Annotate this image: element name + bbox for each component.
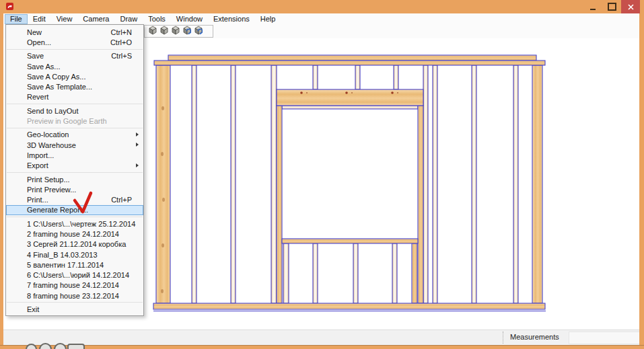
menu-item-send-to-layout[interactable]: Send to LayOut: [6, 106, 143, 116]
menu-item-recent-file-8[interactable]: 8 framing house 23.12.2014: [6, 290, 143, 301]
menu-item-label: Import...: [27, 151, 54, 159]
menu-separator: [7, 172, 143, 173]
menu-item-open[interactable]: Open...Ctrl+O: [6, 37, 143, 47]
menu-item-recent-file-3[interactable]: 3 Сергей 21.12.2014 коробка: [6, 239, 143, 249]
sketchup-window: FileEditViewCameraDrawToolsWindowExtensi…: [0, 0, 644, 349]
menu-item-label: 6 C:\Users\...\юрий 14.12.2014: [27, 271, 129, 279]
menu-item-import[interactable]: Import...: [6, 150, 143, 160]
menubar-item-file[interactable]: File: [5, 14, 28, 24]
toolbar-group: [144, 25, 213, 38]
menu-item-label: Send to LayOut: [27, 107, 78, 115]
menu-separator: [7, 302, 143, 303]
menu-separator: [7, 217, 143, 217]
titlebar[interactable]: [0, 0, 644, 13]
menubar-item-edit[interactable]: Edit: [28, 14, 51, 24]
menu-item-save-as-template[interactable]: Save As Template...: [6, 81, 143, 91]
minimize-icon[interactable]: [583, 0, 602, 13]
maximize-icon[interactable]: [602, 0, 621, 13]
3d-cube-icon[interactable]: [159, 26, 168, 38]
sketchup-logo-icon: [6, 2, 14, 11]
statusbar-grip: [503, 332, 503, 344]
menu-item-label: 5 валентин 17.11.2014: [27, 261, 104, 269]
3d-cube-orbit-icon[interactable]: [182, 26, 191, 38]
menu-item-recent-file-4[interactable]: 4 Final_B 14.03.2013: [6, 249, 143, 260]
3d-cube-icon[interactable]: [171, 26, 180, 38]
menu-item-label: 3D Warehouse: [27, 141, 76, 149]
menu-item-label: New: [27, 28, 42, 36]
menu-item-recent-file-7[interactable]: 7 framing house 24.12.2014: [6, 280, 143, 290]
menu-item-recent-file-5[interactable]: 5 валентин 17.11.2014: [6, 260, 143, 270]
menubar-item-tools[interactable]: Tools: [143, 14, 171, 24]
menu-item-print-preview[interactable]: Print Preview...: [6, 184, 143, 194]
menu-item-label: Exit: [27, 305, 39, 313]
menu-item-export[interactable]: Export: [6, 161, 143, 171]
menu-item-exit[interactable]: Exit: [6, 304, 143, 314]
menu-item-generate-report[interactable]: Generate Report...: [6, 205, 143, 215]
menubar-item-window[interactable]: Window: [171, 14, 208, 24]
menu-item-shortcut: Ctrl+P: [111, 196, 132, 204]
menu-item-recent-file-2[interactable]: 2 framing house 24.12.2014: [6, 229, 143, 239]
submenu-arrow-icon: [136, 132, 139, 137]
menubar-item-view[interactable]: View: [51, 14, 78, 24]
window-border-bottom: [0, 345, 644, 349]
menu-item-label: Geo-location: [27, 130, 69, 139]
statusbar-clipped-icon[interactable]: [67, 344, 85, 349]
menu-item-recent-file-6[interactable]: 6 C:\Users\...\юрий 14.12.2014: [6, 270, 143, 280]
window-border-left: [0, 13, 3, 349]
menubar-item-extensions[interactable]: Extensions: [208, 14, 255, 24]
menu-item-revert[interactable]: Revert: [6, 92, 143, 102]
menu-item-label: 8 framing house 23.12.2014: [27, 292, 119, 300]
menu-item-print-setup[interactable]: Print Setup...: [6, 174, 143, 184]
menu-separator: [7, 104, 143, 104]
menu-item-save[interactable]: SaveCtrl+S: [6, 51, 143, 61]
menu-item-label: Print Preview...: [27, 186, 76, 194]
close-icon[interactable]: [621, 0, 640, 13]
menu-item-label: Export: [27, 161, 48, 169]
3d-cube-icon[interactable]: [148, 26, 157, 38]
menu-item-save-a-copy-as[interactable]: Save A Copy As...: [6, 71, 143, 81]
menu-separator: [7, 128, 143, 128]
menu-item-label: Save A Copy As...: [27, 73, 85, 81]
3d-cube-orbit-icon[interactable]: [194, 26, 203, 38]
menu-item-label: 4 Final_B 14.03.2013: [27, 251, 98, 259]
menu-item-label: 7 framing house 24.12.2014: [27, 281, 119, 289]
menu-item-label: Preview in Google Earth: [27, 117, 107, 125]
menu-item-label: 2 framing house 24.12.2014: [27, 230, 119, 238]
menubar-item-help[interactable]: Help: [255, 14, 281, 24]
menu-item-print[interactable]: Print...Ctrl+P: [6, 194, 143, 204]
menu-item-label: Print...: [27, 196, 48, 204]
window-controls: [583, 0, 640, 13]
menu-item-new[interactable]: NewCtrl+N: [6, 27, 143, 37]
submenu-arrow-icon: [136, 143, 139, 147]
menu-separator: [7, 49, 143, 50]
menu-item-3d-warehouse[interactable]: 3D Warehouse: [6, 140, 143, 150]
menu-item-label: Open...: [27, 38, 51, 46]
measurements-label: Measurements: [510, 333, 559, 341]
menu-item-label: 3 Сергей 21.12.2014 коробка: [27, 240, 126, 248]
menu-item-shortcut: Ctrl+N: [111, 28, 132, 36]
menu-item-label: 1 C:\Users\...\чертеж 25.12.2014: [27, 220, 135, 228]
menu-item-save-as[interactable]: Save As...: [6, 61, 143, 71]
submenu-arrow-icon: [136, 163, 139, 167]
menu-item-label: Print Setup...: [27, 176, 70, 184]
file-menu: NewCtrl+NOpen...Ctrl+OSaveCtrl+SSave As.…: [5, 24, 144, 316]
menu-item-geo-location[interactable]: Geo-location: [6, 130, 143, 140]
menu-item-label: Save As...: [27, 63, 61, 71]
menubar: FileEditViewCameraDrawToolsWindowExtensi…: [3, 13, 641, 24]
menu-item-label: Save As Template...: [27, 83, 92, 91]
menu-item-label: Revert: [27, 93, 48, 101]
measurements-input[interactable]: [569, 332, 644, 344]
menu-item-label: Save: [27, 52, 44, 60]
window-border-right: [639, 13, 644, 349]
statusbar: Measurements: [3, 329, 639, 345]
menu-item-preview-in-google-earth[interactable]: Preview in Google Earth: [6, 116, 143, 126]
menubar-item-camera[interactable]: Camera: [77, 14, 114, 24]
menu-item-shortcut: Ctrl+S: [111, 52, 132, 60]
menu-item-recent-file-1[interactable]: 1 C:\Users\...\чертеж 25.12.2014: [6, 219, 143, 229]
menu-item-shortcut: Ctrl+O: [110, 38, 132, 46]
menu-item-label: Generate Report...: [27, 206, 88, 214]
menubar-item-draw[interactable]: Draw: [114, 14, 143, 24]
